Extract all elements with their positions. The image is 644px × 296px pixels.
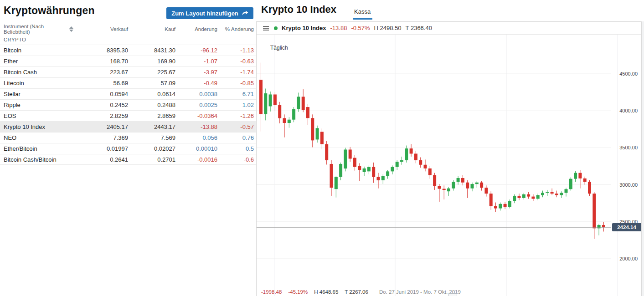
tab-active-underline [353, 18, 372, 20]
candle-body [353, 158, 356, 167]
sell-value: 0.2641 [73, 156, 128, 163]
table-row[interactable]: Bitcoin Cash223.67225.67-3.97-1.74 [0, 66, 256, 77]
candle-body [414, 153, 417, 160]
chart-footer-stats: -1998.48 -45.19% H 4648.65 T 2267.06 Do.… [261, 287, 461, 296]
instrument-name: Krypto 10 Index [0, 123, 73, 130]
instrument-name: Ether/Bitcoin [0, 145, 73, 152]
candle-body [541, 193, 544, 195]
table-row[interactable]: Ripple0.24520.24880.00251.02 [0, 99, 256, 110]
chart-section: Krypto 10 Index Kassa Krypto 10 Index -1… [256, 0, 644, 296]
candle-body [504, 204, 507, 207]
column-header-instrument-label: Instrument (Nach Beliebtheit) [4, 24, 67, 35]
candles [259, 63, 605, 239]
candle-body [583, 179, 587, 182]
watchlist-panel: Kryptowährungen Zum Layout hinzufügen In… [0, 0, 256, 296]
candle-body [569, 179, 572, 189]
column-header-change-pct[interactable]: % Änderung [217, 26, 254, 32]
instrument-name: Litecoin [0, 80, 73, 87]
table-row[interactable]: Stellar0.05940.06140.00386.71 [0, 88, 256, 99]
candle-body [484, 188, 488, 194]
candle-body [400, 160, 403, 162]
candle-body [475, 183, 479, 184]
buy-value: 225.67 [128, 69, 175, 76]
share-arrow-icon [242, 10, 248, 16]
candle-body [278, 105, 281, 118]
candle-body [499, 204, 502, 209]
table-row[interactable]: NEO7.3697.5690.0560.76 [0, 132, 256, 143]
candle-body [555, 194, 558, 195]
column-header-instrument[interactable]: Instrument (Nach Beliebtheit) [0, 24, 73, 35]
change-pct-value: -0.57 [217, 123, 254, 130]
change-value: -0.0016 [175, 156, 217, 163]
instrument-name: EOS [0, 112, 73, 119]
candle-body [325, 144, 328, 160]
table-row[interactable]: Bitcoin8395.308431.30-96.12-1.13 [0, 45, 256, 56]
column-header-buy[interactable]: Kauf [128, 26, 175, 32]
calendar-panel-icon[interactable] [448, 293, 457, 296]
buy-value: 7.569 [128, 134, 175, 141]
change-value: -0.49 [175, 80, 217, 87]
candle-body [551, 192, 554, 194]
candle-body [410, 148, 413, 153]
candle-body [302, 97, 305, 110]
candle-body [386, 171, 389, 176]
change-pct-value: 6.71 [217, 91, 254, 97]
chart-panel: Krypto 10 Index -13.88 -0.57% H 2498.50 … [256, 21, 641, 296]
candle-body [592, 194, 596, 228]
table-row[interactable]: EOS2.82592.8659-0.0364-1.26 [0, 110, 256, 121]
chart-day-low: T 2366.40 [406, 25, 432, 31]
sort-arrows-icon [69, 26, 73, 32]
sell-value: 223.67 [73, 69, 128, 76]
column-header-change[interactable]: Änderung [175, 26, 217, 32]
change-pct-value: -0.6 [217, 156, 254, 163]
add-to-layout-label: Zum Layout hinzufügen [171, 10, 238, 17]
hamburger-menu-icon[interactable] [263, 26, 269, 31]
buy-value: 0.02027 [128, 145, 175, 152]
watchlist-rows: Bitcoin8395.308431.30-96.12-1.13Ether168… [0, 45, 256, 165]
tab-kassa[interactable]: Kassa [354, 8, 371, 15]
chart-plot-area[interactable]: 4500.004000.003500.003000.002500.002000.… [257, 35, 642, 296]
candle-body [522, 194, 526, 198]
candle-body [602, 225, 605, 227]
candle-body [358, 166, 361, 170]
table-row[interactable]: Litecoin56.6957.09-0.49-0.85 [0, 77, 256, 88]
chart-page-title: Krypto 10 Index [261, 4, 336, 15]
sell-value: 2.8259 [73, 112, 128, 119]
candle-body [574, 173, 577, 179]
candle-body [565, 189, 568, 193]
table-row[interactable]: Ether168.70169.90-1.07-0.63 [0, 56, 256, 66]
buy-value: 0.2701 [128, 156, 175, 163]
watchlist-column-headers: Instrument (Nach Beliebtheit) Verkauf Ka… [0, 24, 254, 34]
candle-body [508, 201, 511, 207]
timeframe-label: Täglich [270, 45, 288, 51]
sell-value: 56.69 [73, 80, 128, 87]
candle-body [489, 194, 493, 206]
period-low: T 2267.06 [345, 289, 368, 295]
candle-body [381, 176, 385, 180]
candle-body [531, 197, 535, 199]
candle-body [518, 196, 521, 198]
sell-value: 0.0594 [73, 91, 128, 97]
candle-body [452, 182, 455, 189]
sell-value: 0.2452 [73, 102, 128, 108]
y-axis-tick-label: 3000.00 [619, 182, 638, 188]
instrument-name: Bitcoin Cash/Bitcoin [0, 156, 73, 163]
change-pct-value: -1.74 [217, 69, 254, 76]
change-pct-value: -0.63 [217, 58, 254, 65]
candle-body [560, 193, 563, 195]
candle-body [433, 175, 436, 186]
candle-body [527, 194, 530, 197]
candle-body [283, 118, 286, 123]
table-row[interactable]: Krypto 10 Index2405.172443.17-13.88-0.57 [0, 121, 256, 132]
add-to-layout-button[interactable]: Zum Layout hinzufügen [166, 7, 253, 19]
table-row[interactable]: Bitcoin Cash/Bitcoin0.26410.2701-0.0016-… [0, 154, 256, 165]
candle-body [443, 189, 446, 190]
candle-body [349, 149, 352, 158]
change-pct-value: 0.76 [217, 134, 254, 141]
column-header-sell[interactable]: Verkauf [73, 26, 128, 32]
current-price-badge-label: 2424.14 [617, 225, 636, 230]
candle-body [259, 80, 263, 114]
y-axis-tick-label: 4500.00 [619, 71, 638, 77]
vertical-scrollbar[interactable] [641, 21, 644, 296]
table-row[interactable]: Ether/Bitcoin0.019970.020270.000100.5 [0, 143, 256, 154]
